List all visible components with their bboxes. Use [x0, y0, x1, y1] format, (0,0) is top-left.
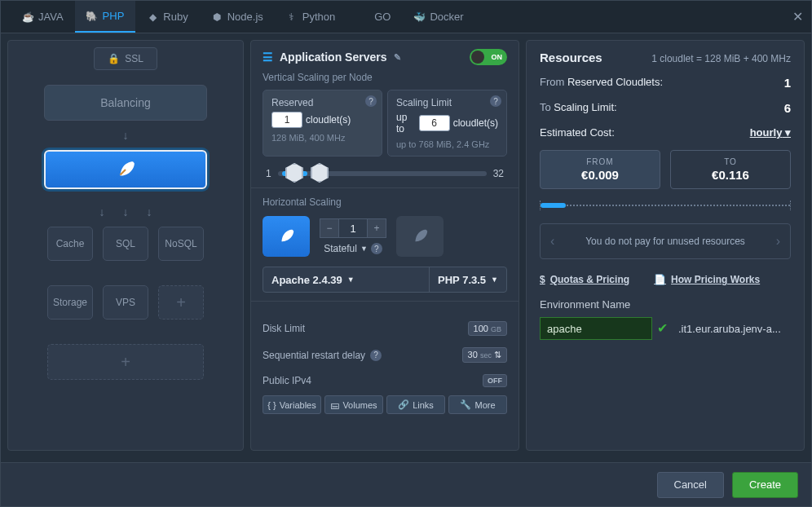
increase-button[interactable]: + — [367, 218, 386, 238]
help-icon[interactable]: ? — [365, 95, 377, 107]
tab-go[interactable]: GO — [346, 1, 402, 33]
wrench-icon: 🔧 — [460, 399, 471, 410]
quotas-link[interactable]: $Quotas & Pricing — [540, 274, 629, 285]
chevron-down-icon: ▼ — [347, 276, 355, 284]
node-count: 1 — [339, 218, 367, 238]
info-banner: ‹ You do not pay for unused resources › — [540, 223, 791, 259]
go-icon — [358, 11, 369, 23]
nosql-tile[interactable]: NoSQL — [158, 227, 204, 261]
horizontal-scaling-label: Horizontal Scaling — [263, 196, 507, 208]
nodejs-icon: ⬢ — [211, 11, 223, 23]
more-button[interactable]: 🔧More — [448, 395, 507, 414]
lang-dropdown[interactable]: PHP 7.3.5▼ — [429, 267, 506, 292]
cost-period-dropdown[interactable]: hourly ▾ — [750, 126, 791, 139]
restart-delay-row: Sequential restart delay ? 30 sec ⇅ — [263, 347, 507, 363]
lock-icon: 🔒 — [108, 53, 120, 64]
balancing-tile[interactable]: Balancing — [44, 85, 207, 121]
help-icon[interactable]: ? — [371, 243, 382, 254]
close-icon[interactable]: ✕ — [792, 9, 803, 24]
variables-button[interactable]: { }Variables — [263, 395, 321, 414]
menu-icon[interactable]: ☰ — [263, 51, 273, 64]
public-ipv4-row: Public IPv4 OFF — [263, 374, 507, 387]
reserved-input[interactable] — [271, 112, 302, 128]
stateful-dropdown[interactable]: Stateful ▼ ? — [324, 243, 382, 254]
cost-range-bar — [540, 201, 791, 210]
chevron-right-icon[interactable]: › — [776, 234, 780, 249]
ruby-icon: ◆ — [147, 11, 158, 23]
scaling-limit-value: 6 — [784, 101, 791, 115]
docker-icon: 🐳 — [413, 11, 425, 23]
tab-python[interactable]: ⚕Python — [275, 1, 346, 33]
cache-tile[interactable]: Cache — [47, 227, 93, 261]
reserved-cloudlets-value: 1 — [784, 76, 791, 90]
ipv4-toggle[interactable]: OFF — [483, 374, 507, 387]
link-icon: 🔗 — [398, 399, 409, 410]
cost-from-box: FROM €0.009 — [540, 150, 660, 189]
ssl-button[interactable]: 🔒 SSL — [94, 47, 157, 70]
java-icon: ☕ — [22, 11, 33, 23]
limit-input[interactable] — [419, 115, 450, 131]
slider-thumb-reserved[interactable] — [285, 163, 303, 183]
tab-java[interactable]: ☕JAVA — [11, 1, 75, 33]
disk-limit-value[interactable]: 100 GB — [468, 321, 507, 336]
chevron-down-icon: ▼ — [491, 276, 498, 284]
cloudlet-slider[interactable]: 1 32 — [266, 168, 504, 179]
arrow-down-icon: ↓ — [123, 129, 129, 142]
vps-tile[interactable]: VPS — [103, 285, 148, 320]
php-icon: 🐘 — [86, 11, 98, 22]
cost-to-box: TO €0.116 — [670, 150, 791, 189]
help-icon[interactable]: ? — [370, 350, 382, 361]
language-tabs: ☕JAVA 🐘PHP ◆Ruby ⬢Node.js ⚕Python GO 🐳Do… — [1, 1, 811, 33]
cancel-button[interactable]: Cancel — [657, 472, 724, 498]
links-button[interactable]: 🔗Links — [386, 395, 445, 414]
tab-ruby[interactable]: ◆Ruby — [135, 1, 199, 33]
how-pricing-link[interactable]: 📄How Pricing Works — [654, 274, 760, 285]
server-dropdown[interactable]: Apache 2.4.39▼ — [263, 274, 429, 286]
dollar-icon: $ — [540, 274, 545, 285]
braces-icon: { } — [267, 400, 276, 410]
python-icon: ⚕ — [286, 11, 298, 23]
chevron-down-icon: ▼ — [360, 245, 368, 253]
tab-php[interactable]: 🐘PHP — [75, 1, 136, 33]
sql-tile[interactable]: SQL — [103, 227, 148, 261]
decrease-button[interactable]: − — [320, 218, 339, 238]
dialog-footer: Cancel Create — [1, 462, 811, 506]
arrow-down-icon: ↓ — [147, 205, 152, 218]
check-icon: ✔ — [657, 320, 673, 337]
node-tile-active[interactable] — [263, 216, 310, 257]
chevron-left-icon[interactable]: ‹ — [550, 234, 554, 249]
feather-icon — [411, 227, 429, 245]
add-layer-tile[interactable]: + — [47, 344, 204, 380]
server-version-bar: Apache 2.4.39▼ PHP 7.3.5▼ — [263, 267, 507, 293]
arrow-down-icon: ↓ — [123, 205, 129, 218]
env-name-label: Environment Name — [540, 298, 791, 311]
volumes-button[interactable]: 🖴Volumes — [324, 395, 383, 414]
topology-panel: 🔒 SSL Balancing ↓ ↓ ↓ ↓ Cache SQL NoSQL … — [7, 40, 244, 451]
reserved-card: ? Reserved cloudlet(s) 128 MiB, 400 MHz — [263, 90, 382, 157]
feather-icon — [115, 159, 136, 180]
create-button[interactable]: Create — [732, 472, 798, 498]
resources-title: Resources — [540, 51, 602, 64]
server-toggle[interactable]: ON — [470, 49, 507, 65]
cloudlet-note: 1 cloudlet = 128 MiB + 400 MHz — [651, 53, 791, 64]
add-extra-tile[interactable]: + — [158, 285, 204, 320]
restart-delay-value[interactable]: 30 sec ⇅ — [462, 347, 507, 363]
app-server-tile[interactable] — [44, 150, 207, 189]
help-icon[interactable]: ? — [490, 95, 501, 107]
arrow-down-icon: ↓ — [99, 205, 105, 218]
env-domain-suffix: .it1.eur.aruba.jenv-a... — [678, 323, 781, 335]
edit-icon[interactable]: ✎ — [394, 52, 401, 63]
node-tile-template[interactable] — [396, 216, 444, 257]
config-panel: ☰ Application Servers ✎ ON Vertical Scal… — [250, 40, 519, 451]
slider-thumb-limit[interactable] — [311, 163, 329, 183]
scaling-limit-card: ? Scaling Limit up to cloudlet(s) up to … — [387, 90, 507, 157]
disk-limit-row: Disk Limit 100 GB — [263, 321, 507, 336]
tab-docker[interactable]: 🐳Docker — [402, 1, 474, 33]
storage-tile[interactable]: Storage — [47, 285, 93, 320]
vertical-scaling-label: Vertical Scaling per Node — [263, 72, 507, 83]
document-icon: 📄 — [654, 274, 666, 285]
feather-icon — [277, 227, 295, 245]
tab-nodejs[interactable]: ⬢Node.js — [200, 1, 275, 33]
app-servers-header: ☰ Application Servers ✎ ON — [263, 49, 507, 65]
env-name-input[interactable]: apache — [540, 317, 652, 340]
